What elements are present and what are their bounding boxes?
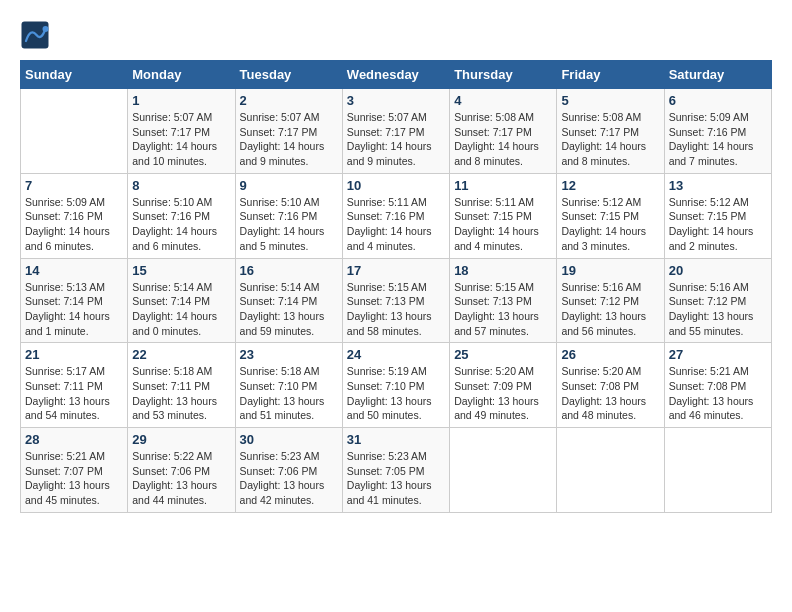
calendar-cell: 26Sunrise: 5:20 AM Sunset: 7:08 PM Dayli…	[557, 343, 664, 428]
day-info: Sunrise: 5:13 AM Sunset: 7:14 PM Dayligh…	[25, 280, 123, 339]
day-info: Sunrise: 5:08 AM Sunset: 7:17 PM Dayligh…	[454, 110, 552, 169]
day-info: Sunrise: 5:17 AM Sunset: 7:11 PM Dayligh…	[25, 364, 123, 423]
logo-icon	[20, 20, 50, 50]
header-saturday: Saturday	[664, 61, 771, 89]
day-info: Sunrise: 5:23 AM Sunset: 7:05 PM Dayligh…	[347, 449, 445, 508]
calendar-cell: 2Sunrise: 5:07 AM Sunset: 7:17 PM Daylig…	[235, 89, 342, 174]
header-friday: Friday	[557, 61, 664, 89]
day-number: 12	[561, 178, 659, 193]
day-info: Sunrise: 5:07 AM Sunset: 7:17 PM Dayligh…	[240, 110, 338, 169]
calendar-cell: 4Sunrise: 5:08 AM Sunset: 7:17 PM Daylig…	[450, 89, 557, 174]
header-wednesday: Wednesday	[342, 61, 449, 89]
day-info: Sunrise: 5:09 AM Sunset: 7:16 PM Dayligh…	[669, 110, 767, 169]
calendar-cell	[664, 428, 771, 513]
day-info: Sunrise: 5:19 AM Sunset: 7:10 PM Dayligh…	[347, 364, 445, 423]
day-number: 9	[240, 178, 338, 193]
day-number: 3	[347, 93, 445, 108]
day-number: 5	[561, 93, 659, 108]
day-info: Sunrise: 5:14 AM Sunset: 7:14 PM Dayligh…	[240, 280, 338, 339]
day-number: 27	[669, 347, 767, 362]
calendar-cell: 20Sunrise: 5:16 AM Sunset: 7:12 PM Dayli…	[664, 258, 771, 343]
day-info: Sunrise: 5:16 AM Sunset: 7:12 PM Dayligh…	[669, 280, 767, 339]
calendar-cell: 7Sunrise: 5:09 AM Sunset: 7:16 PM Daylig…	[21, 173, 128, 258]
day-info: Sunrise: 5:10 AM Sunset: 7:16 PM Dayligh…	[240, 195, 338, 254]
calendar-cell: 5Sunrise: 5:08 AM Sunset: 7:17 PM Daylig…	[557, 89, 664, 174]
calendar-cell: 10Sunrise: 5:11 AM Sunset: 7:16 PM Dayli…	[342, 173, 449, 258]
day-info: Sunrise: 5:09 AM Sunset: 7:16 PM Dayligh…	[25, 195, 123, 254]
calendar-header-row: SundayMondayTuesdayWednesdayThursdayFrid…	[21, 61, 772, 89]
calendar-cell: 19Sunrise: 5:16 AM Sunset: 7:12 PM Dayli…	[557, 258, 664, 343]
day-number: 28	[25, 432, 123, 447]
calendar-cell: 15Sunrise: 5:14 AM Sunset: 7:14 PM Dayli…	[128, 258, 235, 343]
day-number: 16	[240, 263, 338, 278]
calendar-cell: 12Sunrise: 5:12 AM Sunset: 7:15 PM Dayli…	[557, 173, 664, 258]
calendar-cell: 13Sunrise: 5:12 AM Sunset: 7:15 PM Dayli…	[664, 173, 771, 258]
day-info: Sunrise: 5:12 AM Sunset: 7:15 PM Dayligh…	[669, 195, 767, 254]
calendar-cell: 1Sunrise: 5:07 AM Sunset: 7:17 PM Daylig…	[128, 89, 235, 174]
calendar-table: SundayMondayTuesdayWednesdayThursdayFrid…	[20, 60, 772, 513]
calendar-cell: 3Sunrise: 5:07 AM Sunset: 7:17 PM Daylig…	[342, 89, 449, 174]
day-info: Sunrise: 5:21 AM Sunset: 7:08 PM Dayligh…	[669, 364, 767, 423]
day-info: Sunrise: 5:10 AM Sunset: 7:16 PM Dayligh…	[132, 195, 230, 254]
calendar-cell: 23Sunrise: 5:18 AM Sunset: 7:10 PM Dayli…	[235, 343, 342, 428]
calendar-cell: 30Sunrise: 5:23 AM Sunset: 7:06 PM Dayli…	[235, 428, 342, 513]
day-info: Sunrise: 5:15 AM Sunset: 7:13 PM Dayligh…	[347, 280, 445, 339]
calendar-cell: 17Sunrise: 5:15 AM Sunset: 7:13 PM Dayli…	[342, 258, 449, 343]
day-info: Sunrise: 5:21 AM Sunset: 7:07 PM Dayligh…	[25, 449, 123, 508]
day-number: 17	[347, 263, 445, 278]
header-tuesday: Tuesday	[235, 61, 342, 89]
calendar-cell: 28Sunrise: 5:21 AM Sunset: 7:07 PM Dayli…	[21, 428, 128, 513]
day-number: 7	[25, 178, 123, 193]
day-info: Sunrise: 5:18 AM Sunset: 7:10 PM Dayligh…	[240, 364, 338, 423]
day-number: 15	[132, 263, 230, 278]
day-number: 24	[347, 347, 445, 362]
header-sunday: Sunday	[21, 61, 128, 89]
day-number: 6	[669, 93, 767, 108]
calendar-cell	[450, 428, 557, 513]
calendar-cell: 29Sunrise: 5:22 AM Sunset: 7:06 PM Dayli…	[128, 428, 235, 513]
day-number: 25	[454, 347, 552, 362]
day-info: Sunrise: 5:15 AM Sunset: 7:13 PM Dayligh…	[454, 280, 552, 339]
calendar-cell: 11Sunrise: 5:11 AM Sunset: 7:15 PM Dayli…	[450, 173, 557, 258]
day-number: 2	[240, 93, 338, 108]
week-row-1: 7Sunrise: 5:09 AM Sunset: 7:16 PM Daylig…	[21, 173, 772, 258]
page-header	[20, 20, 772, 50]
day-info: Sunrise: 5:12 AM Sunset: 7:15 PM Dayligh…	[561, 195, 659, 254]
day-info: Sunrise: 5:07 AM Sunset: 7:17 PM Dayligh…	[347, 110, 445, 169]
day-number: 19	[561, 263, 659, 278]
svg-rect-0	[22, 22, 49, 49]
calendar-cell: 31Sunrise: 5:23 AM Sunset: 7:05 PM Dayli…	[342, 428, 449, 513]
day-info: Sunrise: 5:22 AM Sunset: 7:06 PM Dayligh…	[132, 449, 230, 508]
day-info: Sunrise: 5:11 AM Sunset: 7:15 PM Dayligh…	[454, 195, 552, 254]
day-number: 31	[347, 432, 445, 447]
day-info: Sunrise: 5:14 AM Sunset: 7:14 PM Dayligh…	[132, 280, 230, 339]
day-number: 30	[240, 432, 338, 447]
day-info: Sunrise: 5:20 AM Sunset: 7:08 PM Dayligh…	[561, 364, 659, 423]
calendar-cell	[557, 428, 664, 513]
calendar-cell: 18Sunrise: 5:15 AM Sunset: 7:13 PM Dayli…	[450, 258, 557, 343]
day-info: Sunrise: 5:18 AM Sunset: 7:11 PM Dayligh…	[132, 364, 230, 423]
day-info: Sunrise: 5:11 AM Sunset: 7:16 PM Dayligh…	[347, 195, 445, 254]
day-number: 22	[132, 347, 230, 362]
week-row-3: 21Sunrise: 5:17 AM Sunset: 7:11 PM Dayli…	[21, 343, 772, 428]
day-number: 14	[25, 263, 123, 278]
day-number: 13	[669, 178, 767, 193]
day-number: 1	[132, 93, 230, 108]
day-info: Sunrise: 5:08 AM Sunset: 7:17 PM Dayligh…	[561, 110, 659, 169]
calendar-cell	[21, 89, 128, 174]
day-number: 21	[25, 347, 123, 362]
calendar-cell: 16Sunrise: 5:14 AM Sunset: 7:14 PM Dayli…	[235, 258, 342, 343]
day-number: 10	[347, 178, 445, 193]
day-number: 8	[132, 178, 230, 193]
day-number: 11	[454, 178, 552, 193]
calendar-cell: 22Sunrise: 5:18 AM Sunset: 7:11 PM Dayli…	[128, 343, 235, 428]
day-info: Sunrise: 5:07 AM Sunset: 7:17 PM Dayligh…	[132, 110, 230, 169]
day-number: 23	[240, 347, 338, 362]
day-number: 29	[132, 432, 230, 447]
header-thursday: Thursday	[450, 61, 557, 89]
day-info: Sunrise: 5:23 AM Sunset: 7:06 PM Dayligh…	[240, 449, 338, 508]
week-row-2: 14Sunrise: 5:13 AM Sunset: 7:14 PM Dayli…	[21, 258, 772, 343]
header-monday: Monday	[128, 61, 235, 89]
day-info: Sunrise: 5:20 AM Sunset: 7:09 PM Dayligh…	[454, 364, 552, 423]
calendar-cell: 8Sunrise: 5:10 AM Sunset: 7:16 PM Daylig…	[128, 173, 235, 258]
